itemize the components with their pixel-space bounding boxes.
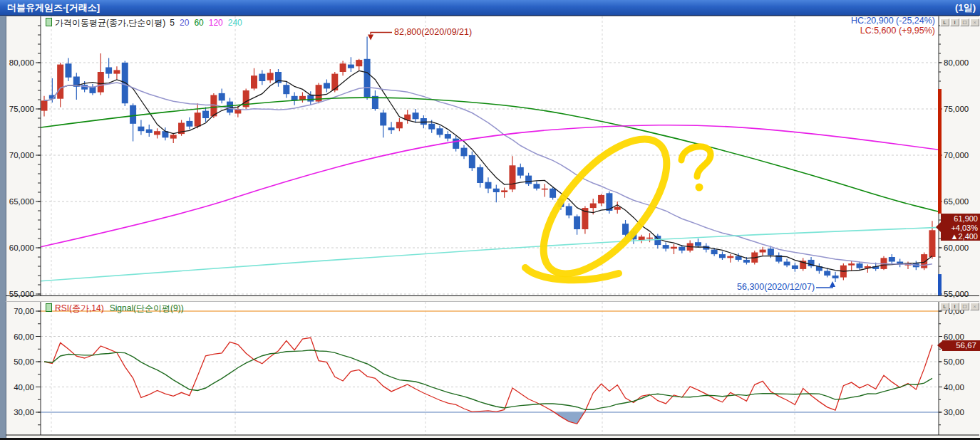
svg-text:60,00: 60,00 [944, 332, 964, 341]
high-price-annotation: 82,800(2020/09/21) [394, 27, 472, 37]
ma-period-5: 5 [170, 18, 175, 28]
current-price-badge: 61,900 +4,03% ▲2,400 [941, 214, 980, 241]
ma-period-values: 52060120240 [170, 18, 247, 28]
svg-text:60,000: 60,000 [9, 243, 34, 252]
period-label: (1일) [955, 0, 976, 16]
ma-period-240: 240 [228, 18, 242, 28]
layout-button[interactable]: L [940, 19, 949, 26]
rsi-current-value: 56,67 [956, 341, 976, 350]
rsi-legend-label: RSI(종가,14) [55, 303, 104, 313]
svg-text:70,000: 70,000 [944, 151, 969, 159]
svg-text:65,000: 65,000 [9, 197, 34, 206]
svg-text:30,00: 30,00 [14, 408, 34, 417]
current-change: ▲2,400 [941, 232, 978, 241]
price-ma-legend: 가격이동평균(종가,단순이평)52060120240 [46, 17, 247, 29]
ma-period-60: 60 [194, 18, 203, 28]
svg-text:40,00: 40,00 [944, 383, 964, 392]
svg-text:50,00: 50,00 [944, 357, 964, 366]
legend-swatch-icon [46, 303, 52, 312]
svg-text:60,000: 60,000 [944, 243, 969, 252]
close-button[interactable]: × [970, 19, 979, 26]
svg-text:80,000: 80,000 [944, 58, 969, 67]
svg-text:70,000: 70,000 [9, 151, 34, 159]
indicator-button[interactable]: I [950, 19, 959, 26]
chart-canvas[interactable]: 80,00080,00075,00075,00070,00070,00065,0… [0, 16, 980, 440]
current-price: 61,900 [941, 214, 978, 224]
main-chart-window-controls: LI□× [940, 19, 979, 26]
window-title: 더블유게임즈-[거래소] [7, 2, 100, 13]
svg-text:75,000: 75,000 [944, 105, 969, 113]
chart-window: 더블유게임즈-[거래소] (1일) 80,00080,00075,00075,0… [0, 0, 980, 440]
legend-swatch-icon [46, 18, 52, 26]
ma-period-20: 20 [180, 18, 189, 28]
current-percent: +4,03% [941, 224, 978, 233]
indicator-button[interactable]: I [950, 303, 959, 310]
rsi-value-badge: 56,67 [942, 340, 980, 351]
svg-text:30,00: 30,00 [944, 408, 964, 417]
svg-text:65,000: 65,000 [944, 197, 969, 206]
title-bar[interactable]: 더블유게임즈-[거래소] (1일) [0, 0, 980, 16]
maximize-button[interactable]: □ [960, 303, 969, 310]
svg-text:80,000: 80,000 [9, 58, 34, 67]
rsi-legend: RSI(종가,14)Signal(단순이평(9)) [46, 303, 184, 315]
signal-legend-label: Signal(단순이평(9)) [110, 303, 184, 313]
svg-text:75,000: 75,000 [9, 105, 34, 113]
svg-text:50,00: 50,00 [14, 357, 34, 366]
low-close-label: LC:5,600 (+9,95%) [851, 26, 935, 36]
hc-lc-readout: HC:20,900 (-25,24%) LC:5,600 (+9,95%) [851, 16, 935, 36]
close-button[interactable]: × [970, 303, 979, 310]
svg-text:40,00: 40,00 [14, 383, 34, 392]
low-price-annotation: 56,300(2020/12/07) [737, 282, 815, 292]
rsi-window-controls: LI□× [940, 303, 979, 310]
ma-period-120: 120 [209, 18, 223, 28]
svg-text:55,000: 55,000 [9, 290, 34, 298]
maximize-button[interactable]: □ [960, 19, 969, 26]
layout-button[interactable]: L [940, 303, 949, 310]
high-close-label: HC:20,900 (-25,24%) [851, 16, 935, 26]
svg-text:60,00: 60,00 [14, 332, 34, 341]
price-ma-legend-label: 가격이동평균(종가,단순이평) [55, 18, 165, 28]
svg-text:70,00: 70,00 [14, 307, 34, 315]
svg-text:55,000: 55,000 [944, 290, 969, 298]
